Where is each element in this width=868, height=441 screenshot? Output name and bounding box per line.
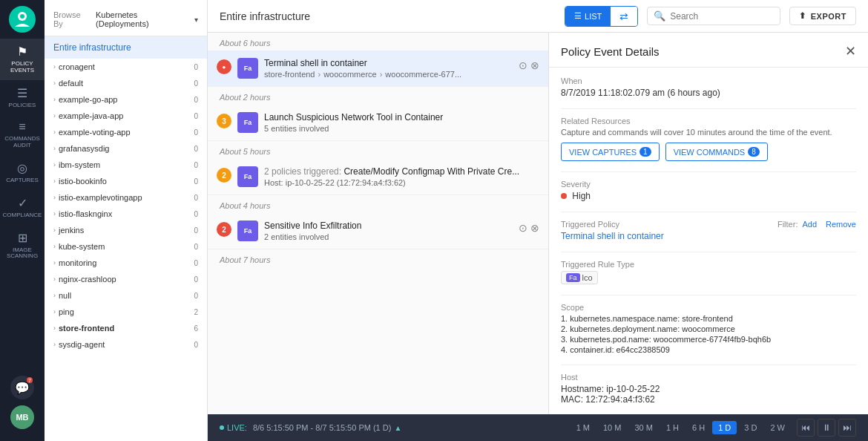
event-item-configmap[interactable]: 2 Fa 2 policies triggered: Create/Modify… xyxy=(208,159,548,195)
sidebar-list: Entire infrastructure › cronagent 0 › de… xyxy=(45,36,207,441)
event-subtitle: 2 entities involved xyxy=(264,232,513,241)
event-avatar: Fa xyxy=(237,220,258,241)
main-content: Entire infrastructure ☰ LIST ⇄ 🔍 ⬆ EXPOR… xyxy=(208,0,868,441)
event-item-launch-suspicious[interactable]: 3 Fa Launch Suspicious Network Tool in C… xyxy=(208,105,548,141)
top-header: Entire infrastructure ☰ LIST ⇄ 🔍 ⬆ EXPOR… xyxy=(208,0,868,33)
sidebar-item-monitoring[interactable]: › monitoring 0 xyxy=(45,255,207,271)
sidebar-item-example-go-app[interactable]: › example-go-app 0 xyxy=(45,91,207,108)
view-toggle: ☰ LIST ⇄ xyxy=(565,6,638,27)
detail-scope-section: Scope 1. kubernetes.namespace.name: stor… xyxy=(561,303,856,354)
time-opt-1h[interactable]: 1 H xyxy=(660,421,685,434)
sidebar-item-jenkins[interactable]: › jenkins 0 xyxy=(45,222,207,238)
time-skip-forward-button[interactable]: ⏭ xyxy=(838,419,856,437)
left-nav: ⚑ POLICY EVENTS ☰ POLICIES ≡ COMMANDS AU… xyxy=(0,0,45,441)
link-icon[interactable]: ⊙ xyxy=(519,222,527,234)
export-button[interactable]: ⬆ EXPORT xyxy=(789,7,856,25)
external-link-icon[interactable]: ⊗ xyxy=(530,222,539,234)
search-input[interactable] xyxy=(670,11,774,22)
sidebar-item-default[interactable]: › default 0 xyxy=(45,75,207,91)
event-actions: ⊙ ⊗ xyxy=(519,58,539,71)
event-avatar: Fa xyxy=(237,112,258,133)
event-count-badge: 2 xyxy=(217,168,231,183)
time-options: 1 M 10 M 30 M 1 H 6 H 1 D 3 D 2 W xyxy=(571,421,791,434)
time-group-label: About 6 hours xyxy=(208,33,548,50)
rule-avatar: Fa xyxy=(566,273,580,282)
event-content: Launch Suspicious Network Tool in Contai… xyxy=(264,112,539,133)
sidebar-item-captures[interactable]: ◎ CAPTURES xyxy=(0,155,45,190)
detail-when-section: When 8/7/2019 11:18:02.079 am (6 hours a… xyxy=(561,76,856,98)
export-icon: ⬆ xyxy=(799,11,806,21)
sidebar-item-cronagent[interactable]: › cronagent 0 xyxy=(45,59,207,75)
help-button[interactable]: 💬 7 xyxy=(10,376,34,399)
sidebar-item-ibm-system[interactable]: › ibm-system 0 xyxy=(45,157,207,173)
user-avatar[interactable]: MB xyxy=(10,405,34,429)
sidebar-item-compliance[interactable]: ✓ COMPLIANCE xyxy=(0,190,45,225)
time-opt-1m[interactable]: 1 M xyxy=(571,421,596,434)
sidebar-item-store-frontend[interactable]: › store-frontend 6 xyxy=(45,320,207,336)
filter-add-link[interactable]: Add xyxy=(802,220,817,229)
compliance-icon: ✓ xyxy=(18,196,27,210)
sidebar-item-entire-infrastructure[interactable]: Entire infrastructure xyxy=(45,36,207,59)
sidebar-item-grafanasysdig[interactable]: › grafanasysdig 0 xyxy=(45,140,207,157)
detail-header: Policy Event Details ✕ xyxy=(549,33,868,68)
sidebar-item-null[interactable]: › null 0 xyxy=(45,287,207,304)
sidebar-item-istio-flasknginx[interactable]: › istio-flasknginx 0 xyxy=(45,206,207,222)
sidebar-item-example-java-app[interactable]: › example-java-app 0 xyxy=(45,108,207,124)
time-opt-10m[interactable]: 10 M xyxy=(597,421,627,434)
sidebar-item-kube-system[interactable]: › kube-system 0 xyxy=(45,238,207,255)
time-opt-3d[interactable]: 3 D xyxy=(738,421,763,434)
commands-count-badge: 8 xyxy=(748,147,760,157)
time-opt-30m[interactable]: 30 M xyxy=(628,421,658,434)
related-note: Capture and commands will cover 10 minut… xyxy=(561,128,856,137)
rule-badge: Fa lco xyxy=(561,271,598,284)
events-panel: About 6 hours ● Fa Terminal shell in con… xyxy=(208,33,868,414)
sidebar-item-image-scanning[interactable]: ⊞ IMAGE SCANNING xyxy=(0,225,45,267)
triggered-policy-link[interactable]: Terminal shell in container xyxy=(561,231,664,241)
time-opt-1d[interactable]: 1 D xyxy=(712,421,737,434)
view-commands-button[interactable]: VIEW COMMANDS 8 xyxy=(665,143,768,161)
host-label: Host xyxy=(561,373,856,382)
event-subtitle: Host: ip-10-0-25-22 (12:72:94:a4:f3:62) xyxy=(264,178,539,187)
sidebar: Browse By Kubernetes (Deployments) ▾ Ent… xyxy=(45,0,208,441)
sidebar-item-commands-audit[interactable]: ≡ COMMANDS AUDIT xyxy=(0,114,45,155)
events-list: About 6 hours ● Fa Terminal shell in con… xyxy=(208,33,549,414)
when-label: When xyxy=(561,76,856,85)
event-title: 2 policies triggered: Create/Modify Conf… xyxy=(264,166,539,177)
bottom-bar: LIVE: 8/6 5:15:50 PM - 8/7 5:15:50 PM (1… xyxy=(208,414,868,441)
chevron-icon: › xyxy=(53,128,56,136)
time-group-label: About 4 hours xyxy=(208,195,548,213)
sidebar-item-policy-events[interactable]: ⚑ POLICY EVENTS xyxy=(0,39,45,80)
event-item-sensitive-info[interactable]: 2 Fa Sensitive Info Exfiltration 2 entit… xyxy=(208,213,548,249)
filter-remove-link[interactable]: Remove xyxy=(826,220,856,229)
live-indicator: LIVE: xyxy=(220,423,247,432)
sidebar-item-ping[interactable]: › ping 2 xyxy=(45,304,207,320)
chevron-icon: › xyxy=(53,259,56,267)
list-view-button[interactable]: ☰ LIST xyxy=(565,7,611,26)
scope-item: 4. container.id: e64cc2388509 xyxy=(561,345,856,354)
time-opt-6h[interactable]: 6 H xyxy=(686,421,711,434)
sidebar-item-sysdig-agent[interactable]: › sysdig-agent 0 xyxy=(45,336,207,353)
scope-label: Scope xyxy=(561,303,856,312)
sidebar-item-istio-examplevotingapp[interactable]: › istio-examplevotingapp 0 xyxy=(45,189,207,206)
policies-icon: ☰ xyxy=(17,86,27,100)
external-link-icon[interactable]: ⊗ xyxy=(530,59,539,71)
time-skip-back-button[interactable]: ⏮ xyxy=(797,419,815,437)
link-icon[interactable]: ⊙ xyxy=(519,59,527,71)
filter-dropdown-arrow[interactable]: ▾ xyxy=(194,16,198,24)
split-view-button[interactable]: ⇄ xyxy=(611,7,637,26)
view-captures-button[interactable]: VIEW CAPTURES 1 xyxy=(561,143,660,161)
related-label: Related Resources xyxy=(561,117,856,125)
sidebar-item-example-voting-app[interactable]: › example-voting-app 0 xyxy=(45,124,207,140)
close-button[interactable]: ✕ xyxy=(845,43,856,59)
sidebar-item-policies[interactable]: ☰ POLICIES xyxy=(0,80,45,115)
time-pause-button[interactable]: ⏸ xyxy=(818,419,835,437)
chevron-icon: › xyxy=(53,112,56,120)
time-opt-2w[interactable]: 2 W xyxy=(764,421,791,434)
event-avatar: Fa xyxy=(237,58,258,79)
arrow-icon: › xyxy=(318,70,320,79)
sidebar-item-istio-bookinfo[interactable]: › istio-bookinfo 0 xyxy=(45,173,207,189)
commands-icon: ≡ xyxy=(19,120,25,134)
event-title: Launch Suspicious Network Tool in Contai… xyxy=(264,112,539,122)
event-item-terminal-shell[interactable]: ● Fa Terminal shell in container store-f… xyxy=(208,50,548,87)
sidebar-item-nginx-crashloop[interactable]: › nginx-crashloop 0 xyxy=(45,271,207,287)
